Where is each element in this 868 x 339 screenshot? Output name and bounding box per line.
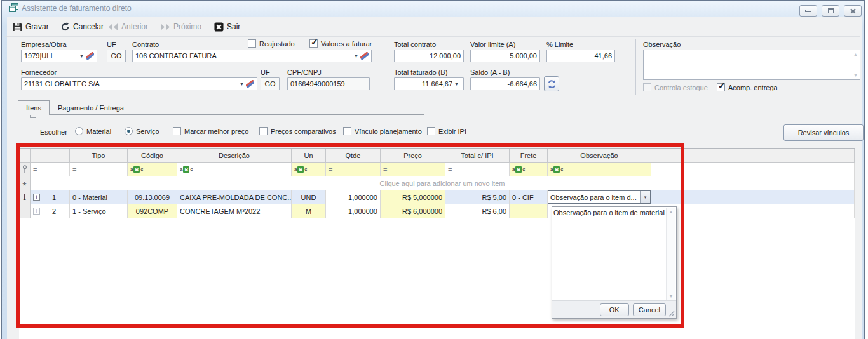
cancelar-button[interactable]: Cancelar: [60, 20, 104, 34]
valor-limite-field[interactable]: 5.000,00: [470, 50, 540, 62]
textarea-scroll-arrows[interactable]: ▲ ▼: [853, 52, 858, 77]
restore-button[interactable]: [822, 5, 839, 17]
editor-dropdown-button[interactable]: ▼: [640, 191, 650, 203]
row1-total-cell[interactable]: R$ 5,00: [445, 190, 510, 204]
row2-expand-cell[interactable]: + 2: [31, 204, 70, 218]
pct-limite-field[interactable]: 41,66: [546, 50, 615, 62]
total-faturado-combo[interactable]: 11.664,67 ▼: [394, 77, 464, 90]
reajustado-checkbox[interactable]: Reajustado: [248, 39, 295, 48]
row2-codigo-cell[interactable]: 092COMP: [128, 204, 177, 218]
column-header-frete[interactable]: Frete: [510, 149, 548, 163]
column-header-tipo[interactable]: Tipo: [70, 149, 128, 163]
vinculo-planejamento-checkbox[interactable]: Vínculo planejamento: [343, 127, 422, 135]
popup-memo-edit[interactable]: Observação para o item de material: [553, 208, 665, 300]
filter-cell-preco[interactable]: =: [381, 163, 445, 176]
resize-grip-icon[interactable]: [668, 310, 675, 317]
row1-descricao-cell[interactable]: CAIXA PRE-MOLDADA DE CONC...: [177, 190, 292, 204]
row1-preco-cell[interactable]: R$ 5,000000: [381, 190, 445, 204]
tab-pagamento-entrega[interactable]: Pagamento / Entrega: [50, 100, 132, 115]
total-contrato-field[interactable]: 12.000,00: [394, 50, 464, 62]
row2-un-cell[interactable]: M: [292, 204, 326, 218]
row1-un-cell[interactable]: UND: [292, 190, 326, 204]
filter-cell-codigo[interactable]: aBc: [128, 163, 177, 176]
close-button[interactable]: [844, 5, 862, 17]
filter-cell-num[interactable]: =: [31, 163, 70, 176]
grid-empty-area[interactable]: [19, 218, 855, 339]
filter-cell-qtde[interactable]: =: [326, 163, 381, 176]
proximo-button[interactable]: Próximo: [160, 20, 201, 34]
row1-expand-cell[interactable]: + 1: [31, 190, 70, 204]
pct-limite-value: 41,66: [550, 52, 612, 60]
filter-cell-descricao[interactable]: aBc: [177, 163, 292, 176]
acomp-entrega-checkbox[interactable]: ✓ Acomp. entrega: [717, 83, 778, 91]
eraser-icon[interactable]: [86, 52, 94, 60]
row1-blank-cell[interactable]: [651, 190, 855, 204]
row2-total-cell[interactable]: R$ 6,00: [445, 204, 510, 218]
row2-frete-cell[interactable]: [510, 204, 548, 218]
grid-new-item-row[interactable]: * Clique aqui para adicionar um novo ite…: [19, 176, 855, 190]
minimize-button[interactable]: [799, 5, 817, 17]
column-header-codigo[interactable]: Código: [128, 149, 177, 163]
filter-cell-un[interactable]: aBc: [292, 163, 326, 176]
grid-row-2[interactable]: + 2 1 - Serviço 092COMP CONCRETAGEM M³20…: [19, 204, 855, 218]
row1-observacao-cell[interactable]: Observação para o item d... ▼: [548, 190, 651, 204]
column-header-qtde[interactable]: Qtde: [326, 149, 381, 163]
row2-qtde-cell[interactable]: 1,000000: [326, 204, 381, 218]
scroll-up-icon[interactable]: ▲: [669, 209, 674, 214]
filter-cell-frete[interactable]: aBc: [510, 163, 548, 176]
anterior-button[interactable]: Anterior: [108, 20, 148, 34]
sair-button[interactable]: Sair: [214, 20, 240, 34]
eraser-icon[interactable]: [246, 80, 254, 88]
column-header-observacao[interactable]: Observação: [548, 149, 651, 163]
gravar-button[interactable]: Gravar: [13, 20, 49, 34]
filter-cell-observacao[interactable]: aBc: [548, 163, 651, 176]
exibir-ipi-checkbox[interactable]: Exibir IPI: [427, 127, 466, 135]
marcar-melhor-preco-checkbox[interactable]: Marcar melhor preço: [173, 127, 248, 135]
column-header-preco[interactable]: Preço: [381, 149, 445, 163]
radio-material[interactable]: Material: [75, 127, 111, 135]
chevron-down-icon[interactable]: ▼: [240, 82, 244, 86]
expand-plus-icon[interactable]: +: [33, 208, 40, 215]
header-expand-cell[interactable]: [31, 149, 70, 163]
row2-descricao-cell[interactable]: CONCRETAGEM M³2022: [177, 204, 292, 218]
scroll-down-icon[interactable]: ▼: [669, 294, 674, 298]
column-header-total-ipi[interactable]: Total c/ IPI: [445, 149, 510, 163]
row1-tipo-cell[interactable]: 0 - Material: [70, 190, 128, 204]
chevron-down-icon[interactable]: ▼: [354, 54, 358, 58]
eraser-icon[interactable]: [360, 52, 369, 60]
column-header-un[interactable]: Un: [292, 149, 326, 163]
row2-preco-cell[interactable]: R$ 6,000000: [381, 204, 445, 218]
window-title: Assistente de faturamento direto: [22, 4, 132, 13]
fornecedor-combo[interactable]: 21131 GLOBALTEC S/A ▼: [21, 77, 257, 90]
row1-frete-cell[interactable]: 0 - CIF: [510, 190, 548, 204]
column-header-blank: [651, 149, 855, 163]
precos-comparativos-checkbox[interactable]: Preços comparativos: [259, 127, 336, 135]
radio-servico[interactable]: Serviço: [125, 127, 159, 135]
column-header-descricao[interactable]: Descrição: [177, 149, 292, 163]
grid-row-1[interactable]: I + 1 0 - Material 09.13.0069 CAIXA PRE-…: [19, 190, 855, 204]
valores-faturar-checkbox[interactable]: ✓ Valores a faturar: [309, 39, 372, 48]
ok-button[interactable]: OK: [600, 303, 629, 316]
scroll-up-icon[interactable]: ▲: [853, 52, 858, 56]
expand-plus-icon[interactable]: +: [33, 194, 40, 201]
row1-qtde-cell[interactable]: 1,000000: [326, 190, 381, 204]
filter-cell-total[interactable]: =: [445, 163, 510, 176]
contrato-combo[interactable]: 106 CONTRATO FATURA ▼: [132, 50, 372, 62]
row1-codigo-cell[interactable]: 09.13.0069: [128, 190, 177, 204]
new-item-cell[interactable]: Clique aqui para adicionar um novo item: [31, 176, 855, 190]
chevron-down-icon[interactable]: ▼: [454, 82, 459, 86]
observacao-textarea[interactable]: ▲ ▼: [643, 50, 860, 80]
row2-blank-cell[interactable]: [651, 204, 855, 218]
revisar-vinculos-button[interactable]: Revisar vínculos: [783, 124, 864, 141]
cancel-button[interactable]: Cancel: [633, 303, 666, 316]
tab-itens[interactable]: Itens: [18, 100, 50, 115]
popup-scrollbar[interactable]: ▲ ▼: [666, 208, 675, 300]
recalcular-button[interactable]: [544, 76, 559, 91]
empresa-combo[interactable]: 1979|ULI ▼: [21, 50, 97, 62]
observacao-editor-value[interactable]: Observação para o item d...: [548, 194, 640, 201]
scroll-down-icon[interactable]: ▼: [853, 73, 858, 77]
observacao-cell-editor[interactable]: Observação para o item d... ▼: [548, 190, 651, 204]
chevron-down-icon[interactable]: ▼: [79, 54, 84, 58]
row2-tipo-cell[interactable]: 1 - Serviço: [70, 204, 128, 218]
filter-cell-tipo[interactable]: =: [70, 163, 128, 176]
